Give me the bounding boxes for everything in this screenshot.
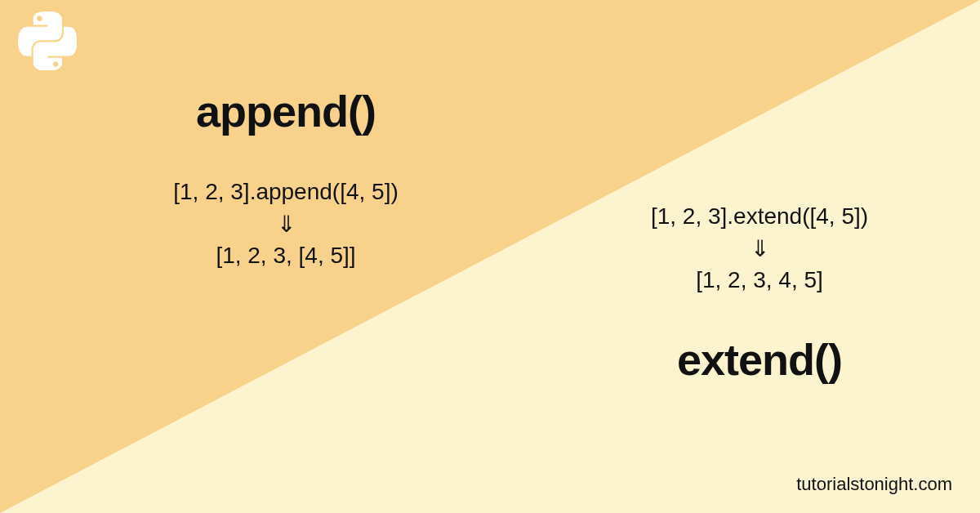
extend-title: extend() [588,334,931,385]
attribution-text: tutorialstonight.com [796,474,952,495]
append-input-code: [1, 2, 3].append([4, 5]) [106,176,466,209]
down-arrow-icon: ⇓ [106,209,466,240]
append-title: append() [106,86,466,136]
append-output-code: [1, 2, 3, [4, 5]] [106,239,466,273]
python-logo-icon [18,11,77,70]
extend-section: [1, 2, 3].extend([4, 5]) ⇓ [1, 2, 3, 4, … [588,200,931,385]
down-arrow-icon: ⇓ [588,234,931,265]
append-section: append() [1, 2, 3].append([4, 5]) ⇓ [1, … [106,86,466,273]
extend-output-code: [1, 2, 3, 4, 5] [588,264,931,297]
extend-input-code: [1, 2, 3].extend([4, 5]) [588,200,931,234]
